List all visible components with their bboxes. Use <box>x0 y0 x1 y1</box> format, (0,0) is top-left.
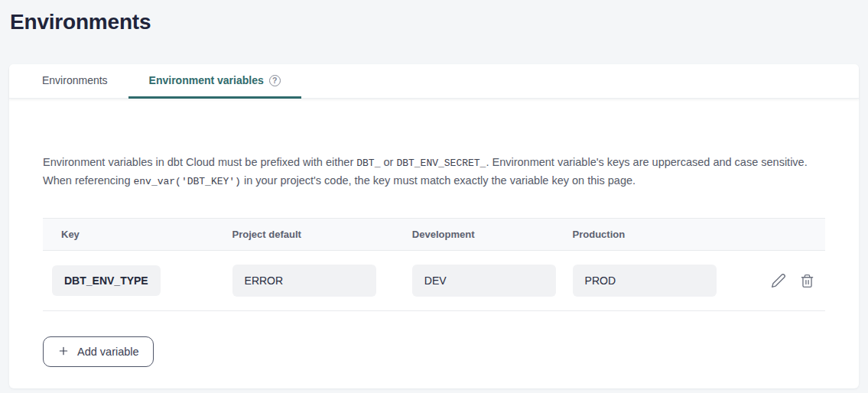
code-dbt-env-secret-prefix: DBT_ENV_SECRET_ <box>396 158 486 169</box>
tab-environment-variables[interactable]: Environment variables ? <box>128 64 301 99</box>
description-paragraph: Environment variables in dbt Cloud must … <box>43 154 825 190</box>
tab-environment-variables-label: Environment variables <box>149 74 264 86</box>
description-text: in your project's code, the key must mat… <box>241 174 636 187</box>
production-value: PROD <box>573 265 717 297</box>
trash-icon <box>800 274 814 288</box>
edit-variable-button[interactable] <box>771 273 786 288</box>
code-env-var-example: env_var('DBT_KEY') <box>133 176 240 187</box>
variable-key-value: DBT_ENV_TYPE <box>52 265 161 296</box>
development-value: DEV <box>412 265 556 297</box>
column-header-actions <box>733 219 825 251</box>
delete-variable-button[interactable] <box>800 274 814 288</box>
column-header-production: Production <box>573 219 734 251</box>
add-variable-button[interactable]: Add variable <box>43 336 154 367</box>
variables-table: Key Project default Development Producti… <box>43 218 825 311</box>
help-icon[interactable]: ? <box>269 75 281 86</box>
tab-bar: Environments Environment variables ? <box>9 64 859 99</box>
project-default-value: ERROR <box>232 265 376 297</box>
description-text: Environment variables in dbt Cloud must … <box>43 156 356 168</box>
plus-icon <box>57 345 70 359</box>
add-variable-label: Add variable <box>77 346 139 358</box>
column-header-development: Development <box>412 219 573 251</box>
tab-panel-environment-variables: Environment variables in dbt Cloud must … <box>9 99 859 388</box>
page-title: Environments <box>0 0 868 37</box>
tab-environments-label: Environments <box>42 74 108 86</box>
code-dbt-prefix: DBT_ <box>356 158 380 169</box>
column-header-project-default: Project default <box>232 219 412 251</box>
table-header-row: Key Project default Development Producti… <box>43 219 825 251</box>
environments-card: Environments Environment variables ? Env… <box>9 64 859 388</box>
pencil-icon <box>771 273 786 288</box>
table-row: DBT_ENV_TYPE ERROR DEV PROD <box>43 251 825 311</box>
tab-environments[interactable]: Environments <box>21 64 128 99</box>
column-header-key: Key <box>43 219 232 251</box>
description-text: or <box>380 156 396 168</box>
